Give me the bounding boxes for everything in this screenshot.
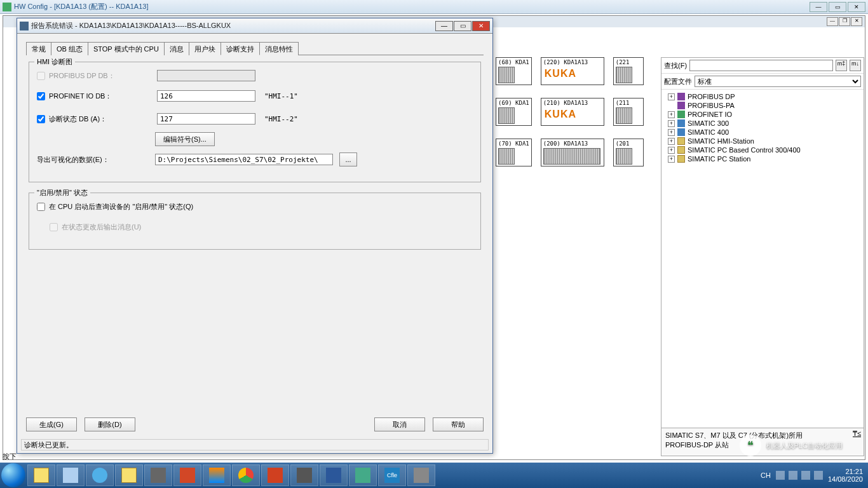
tab-user-blocks[interactable]: 用户块: [189, 42, 221, 55]
export-path-input[interactable]: [155, 154, 333, 165]
hw-node[interactable]: (69) KDA1: [496, 98, 532, 126]
taskbar-browser-icon[interactable]: [86, 464, 114, 486]
query-on-startup-checkbox[interactable]: [37, 203, 45, 211]
taskbar-app-icon[interactable]: [290, 464, 318, 486]
tree-item[interactable]: +PROFIBUS-PA: [663, 101, 862, 110]
main-minimize-button[interactable]: —: [810, 2, 827, 12]
taskbar-chrome-icon[interactable]: [232, 464, 260, 486]
generate-button[interactable]: 生成(G): [26, 417, 77, 431]
system-tray[interactable]: CH 21:21 14/08/2020: [761, 468, 867, 483]
tray-volume-icon[interactable]: [814, 471, 823, 480]
start-button[interactable]: [1, 463, 25, 487]
tree-item[interactable]: +SIMATIC 300: [663, 119, 862, 128]
output-msg-checkbox: [50, 223, 58, 231]
cancel-button[interactable]: 取消: [374, 417, 425, 431]
tree-item[interactable]: +SIMATIC PC Station: [663, 154, 862, 163]
tray-flag-icon[interactable]: [789, 471, 797, 480]
tree-item[interactable]: +SIMATIC HMI-Station: [663, 137, 862, 146]
taskbar-word-icon[interactable]: [320, 464, 348, 486]
hw-node[interactable]: (201: [613, 139, 644, 166]
edit-symbols-button[interactable]: 编辑符号(S)...: [155, 132, 215, 146]
hw-node[interactable]: (200) KDA1A13: [541, 139, 604, 166]
catalog-tree[interactable]: +PROFIBUS DP +PROFIBUS-PA +PROFINET IO +…: [661, 90, 864, 428]
tray-icon[interactable]: [776, 471, 785, 480]
main-close-button[interactable]: ✕: [848, 2, 865, 12]
profibus-dp-db-checkbox[interactable]: [37, 72, 45, 80]
tree-item[interactable]: +PROFIBUS DP: [663, 92, 862, 101]
ime-indicator[interactable]: CH: [761, 471, 771, 479]
profinet-io-db-label: PROFINET IO DB：: [49, 92, 157, 101]
child-restore-button[interactable]: ❐: [839, 17, 850, 26]
catalog-panel: 查找(F) m‡ m↓ 配置文件 标准 +PROFIBUS DP +PROFIB…: [661, 57, 864, 456]
main-maximize-button[interactable]: ▭: [829, 2, 846, 12]
taskbar: Cfle CH 21:21 14/08/2020: [0, 463, 868, 488]
hw-node[interactable]: (221: [613, 57, 644, 85]
diag-state-db-checkbox[interactable]: [37, 115, 45, 123]
child-minimize-button[interactable]: —: [827, 17, 838, 26]
taskbar-app-icon[interactable]: [144, 464, 172, 486]
diag-state-db-input[interactable]: [157, 113, 255, 125]
tab-diagnostic-support[interactable]: 诊断支持: [220, 42, 260, 55]
browse-button[interactable]: ...: [339, 152, 357, 166]
tab-ob-config[interactable]: OB 组态: [51, 42, 88, 55]
dialog-icon: [20, 22, 29, 30]
tray-network-icon[interactable]: [801, 471, 810, 480]
child-close-button[interactable]: ✕: [851, 17, 862, 26]
profibus-dp-db-label: PROFIBUS DP DB：: [49, 71, 157, 81]
profile-label: 配置文件: [664, 77, 692, 86]
taskbar-app-icon[interactable]: [203, 464, 231, 486]
hardware-canvas: (68) KDA1 (220) KDA1A13KUKA (221 (69) KD…: [496, 57, 654, 254]
taskbar-app-icon[interactable]: Cfle: [378, 464, 406, 486]
search-label: 查找(F): [664, 61, 687, 71]
delete-button[interactable]: 删除(D): [85, 417, 135, 431]
hw-node[interactable]: (70) KDA1: [496, 139, 532, 166]
taskbar-explorer-icon[interactable]: [27, 464, 55, 486]
search-down-button[interactable]: m↓: [850, 60, 861, 71]
dialog-close-button[interactable]: ✕: [472, 21, 490, 31]
tree-item[interactable]: +PROFINET IO: [663, 110, 862, 119]
group-legend: HMI 诊断图: [34, 57, 75, 67]
output-msg-label: 在状态更改后输出消息(U): [62, 222, 141, 232]
group-legend: "启用/禁用" 状态: [34, 188, 90, 198]
main-title: HW Config - [KDA1A13 (配置) -- KDA1A13]: [14, 2, 810, 11]
query-on-startup-label: 在 CPU 启动后查询设备的 "启用/禁用" 状态(Q): [49, 202, 193, 212]
diag-state-db-label: 诊断状态 DB (A)：: [49, 114, 157, 124]
report-errors-dialog: 报告系统错误 - KDA1A13\KDA1A13\KDA1A13-----BS-…: [17, 18, 493, 454]
dialog-statusbar: 诊断块已更新。: [21, 439, 489, 451]
taskbar-app-icon[interactable]: [261, 464, 289, 486]
tree-item[interactable]: +SIMATIC PC Based Control 300/400: [663, 146, 862, 154]
profinet-io-db-name: "HMI--1": [264, 92, 298, 100]
tab-stop-cpu[interactable]: STOP 模式中的 CPU: [88, 42, 165, 55]
hw-node[interactable]: (220) KDA1A13KUKA: [541, 57, 604, 85]
help-button[interactable]: 帮助: [433, 417, 484, 431]
taskbar-folder-icon[interactable]: [115, 464, 143, 486]
taskbar-powerpoint-icon[interactable]: [173, 464, 201, 486]
hw-node[interactable]: (210) KDA1A13KUKA: [541, 98, 604, 126]
taskbar-hwconfig-icon[interactable]: [349, 464, 377, 486]
enable-disable-state-group: "启用/禁用" 状态 在 CPU 启动后查询设备的 "启用/禁用" 状态(Q) …: [29, 193, 481, 250]
profinet-io-db-checkbox[interactable]: [37, 92, 45, 100]
dialog-titlebar[interactable]: 报告系统错误 - KDA1A13\KDA1A13\KDA1A13-----BS-…: [17, 18, 492, 34]
main-titlebar: HW Config - [KDA1A13 (配置) -- KDA1A13] — …: [0, 0, 868, 14]
diag-state-db-name: "HMI--2": [264, 115, 298, 123]
main-statusbar: 按下: [3, 452, 17, 461]
hw-node[interactable]: (211: [613, 98, 644, 126]
search-up-button[interactable]: m‡: [836, 60, 847, 71]
profile-select[interactable]: 标准: [695, 76, 861, 87]
tree-item[interactable]: +SIMATIC 400: [663, 128, 862, 137]
dialog-tabs: 常规 OB 组态 STOP 模式中的 CPU 消息 用户块 诊断支持 消息特性: [26, 41, 484, 55]
search-input[interactable]: [689, 60, 833, 71]
profibus-dp-db-input: [157, 70, 255, 81]
tray-clock[interactable]: 21:21 14/08/2020: [828, 468, 863, 483]
taskbar-calc-icon[interactable]: [57, 464, 85, 486]
profinet-io-db-input[interactable]: [157, 90, 255, 102]
export-label: 导出可视化的数据(E)：: [37, 155, 155, 165]
dialog-minimize-button[interactable]: —: [435, 21, 453, 31]
tab-general[interactable]: 常规: [26, 42, 51, 55]
dialog-maximize-button[interactable]: ▭: [454, 21, 471, 31]
dialog-title: 报告系统错误 - KDA1A13\KDA1A13\KDA1A13-----BS-…: [31, 21, 435, 30]
tab-message-props[interactable]: 消息特性: [259, 42, 299, 55]
taskbar-app-icon[interactable]: [407, 464, 435, 486]
tab-messages[interactable]: 消息: [164, 42, 189, 55]
hw-node[interactable]: (68) KDA1: [496, 57, 532, 85]
